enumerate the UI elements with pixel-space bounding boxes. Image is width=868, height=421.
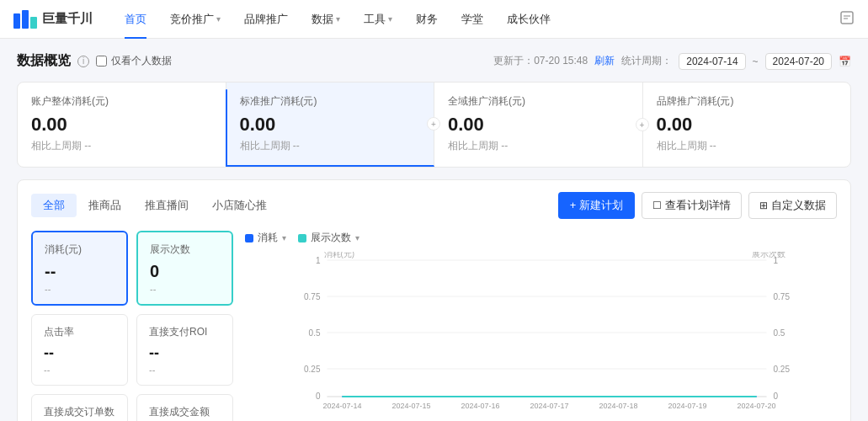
page-title: 数据概览 bbox=[17, 52, 71, 70]
metric-compare: -- bbox=[44, 365, 115, 375]
stat-compare: 相比上周期 -- bbox=[240, 139, 421, 153]
chevron-down-icon: ▾ bbox=[216, 14, 221, 24]
custom-data-icon: ⊞ bbox=[759, 200, 768, 211]
update-text: 更新于：07-20 15:48 bbox=[493, 54, 588, 68]
stat-label: 标准推广消耗(元) bbox=[240, 94, 421, 109]
refresh-button[interactable]: 刷新 bbox=[594, 54, 615, 68]
personal-data-checkbox-label[interactable]: 仅看个人数据 bbox=[96, 54, 172, 68]
logo-icon bbox=[13, 10, 37, 29]
toolbar-buttons: + 新建计划 ☐ 查看计划详情 ⊞ 自定义数据 bbox=[558, 192, 837, 219]
chart-legend: 消耗 ▾ 展示次数 ▾ bbox=[245, 231, 837, 245]
svg-text:2024-07-17: 2024-07-17 bbox=[530, 402, 568, 410]
stat-value: 0.00 bbox=[240, 114, 421, 136]
tab-all[interactable]: 全部 bbox=[31, 194, 77, 217]
svg-text:0.25: 0.25 bbox=[774, 365, 791, 374]
view-plan-icon: ☐ bbox=[652, 200, 662, 211]
metric-card-consumption[interactable]: 消耗(元) -- -- bbox=[31, 231, 128, 306]
metric-card-impressions[interactable]: 展示次数 0 -- bbox=[136, 231, 233, 306]
new-plan-button[interactable]: + 新建计划 bbox=[558, 192, 635, 219]
chevron-down-icon: ▾ bbox=[282, 233, 286, 242]
stat-value: 0.00 bbox=[31, 114, 212, 136]
tab-toolbar: 全部 推商品 推直播间 小店随心推 + 新建计划 ☐ 查看计划详情 ⊞ 自定义数… bbox=[31, 192, 837, 219]
date-end-input[interactable]: 2024-07-20 bbox=[765, 53, 832, 70]
metric-compare: -- bbox=[45, 284, 114, 294]
date-separator: ~ bbox=[753, 56, 759, 67]
chart-svg: 1 0.75 0.5 0.25 0 消耗(元) 1 0.75 0.5 0.25 … bbox=[245, 252, 837, 412]
metric-name: 消耗(元) bbox=[45, 242, 114, 257]
plus-icon: + bbox=[427, 117, 440, 131]
logo-text: 巨量千川 bbox=[42, 11, 93, 27]
chart-area: 消耗 ▾ 展示次数 ▾ 1 0.75 0.5 bbox=[245, 231, 837, 421]
metric-name: 直接成交订单数 bbox=[44, 405, 115, 419]
tab-products[interactable]: 推商品 bbox=[77, 194, 133, 217]
svg-text:2024-07-18: 2024-07-18 bbox=[599, 402, 637, 410]
metric-name: 展示次数 bbox=[150, 242, 220, 257]
chevron-down-icon: ▾ bbox=[388, 14, 392, 24]
svg-text:2024-07-16: 2024-07-16 bbox=[461, 402, 499, 410]
stats-period-label: 统计周期： bbox=[621, 54, 672, 68]
chevron-down-icon: ▾ bbox=[355, 233, 359, 242]
metrics-column: 消耗(元) -- -- 展示次数 0 -- 点击率 -- -- bbox=[31, 231, 233, 421]
tab-livestream[interactable]: 推直播间 bbox=[133, 194, 200, 217]
metric-value: -- bbox=[45, 262, 114, 281]
svg-text:2024-07-15: 2024-07-15 bbox=[391, 402, 430, 410]
content-area: 全部 推商品 推直播间 小店随心推 + 新建计划 ☐ 查看计划详情 ⊞ 自定义数… bbox=[17, 179, 851, 421]
tab-shop[interactable]: 小店随心推 bbox=[200, 194, 279, 217]
nav-item-academy[interactable]: 学堂 bbox=[450, 0, 495, 39]
stat-card-standard[interactable]: 标准推广消耗(元) 0.00 相比上周期 -- + bbox=[226, 83, 435, 167]
calendar-icon[interactable]: 📅 bbox=[839, 56, 851, 67]
legend-impressions[interactable]: 展示次数 ▾ bbox=[298, 231, 359, 245]
nav-item-brand[interactable]: 品牌推广 bbox=[232, 0, 300, 39]
update-info: 更新于：07-20 15:48 刷新 统计周期： 2024-07-14 ~ 20… bbox=[493, 53, 851, 70]
svg-text:0.75: 0.75 bbox=[304, 292, 321, 301]
nav-item-partner[interactable]: 成长伙伴 bbox=[495, 0, 562, 39]
svg-text:0: 0 bbox=[774, 392, 779, 401]
stat-value: 0.00 bbox=[448, 114, 629, 136]
metric-value: -- bbox=[44, 344, 115, 362]
nav-item-tools[interactable]: 工具 ▾ bbox=[352, 0, 404, 39]
info-icon[interactable]: i bbox=[77, 56, 89, 67]
legend-consumption[interactable]: 消耗 ▾ bbox=[245, 231, 286, 245]
date-start-input[interactable]: 2024-07-14 bbox=[679, 53, 745, 70]
logo: 巨量千川 bbox=[13, 10, 93, 29]
nav-item-finance[interactable]: 财务 bbox=[404, 0, 450, 39]
stat-card-global[interactable]: 全域推广消耗(元) 0.00 相比上周期 -- + bbox=[434, 83, 643, 167]
svg-text:0.5: 0.5 bbox=[309, 328, 321, 338]
view-plan-button[interactable]: ☐ 查看计划详情 bbox=[642, 192, 742, 219]
page-title-area: 数据概览 i 仅看个人数据 bbox=[17, 52, 172, 70]
metric-card-roi[interactable]: 直接支付ROI -- -- bbox=[136, 314, 233, 386]
svg-text:2024-07-19: 2024-07-19 bbox=[668, 402, 706, 410]
svg-text:2024-07-14: 2024-07-14 bbox=[322, 402, 361, 410]
metric-card-orders[interactable]: 直接成交订单数 0 -- bbox=[31, 394, 128, 421]
metric-card-amount[interactable]: 直接成交金额(元) 0.00 -- bbox=[136, 394, 233, 421]
svg-text:0.25: 0.25 bbox=[304, 365, 321, 374]
custom-data-button[interactable]: ⊞ 自定义数据 bbox=[748, 192, 837, 219]
svg-rect-1 bbox=[22, 10, 29, 29]
legend-dot-teal bbox=[298, 234, 306, 242]
metric-value: -- bbox=[149, 344, 221, 362]
metric-name: 点击率 bbox=[44, 325, 115, 339]
metrics-chart-row: 消耗(元) -- -- 展示次数 0 -- 点击率 -- -- bbox=[31, 231, 837, 421]
svg-text:2024-07-20: 2024-07-20 bbox=[737, 402, 775, 410]
metric-compare: -- bbox=[150, 284, 220, 294]
main-nav: 首页 竞价推广 ▾ 品牌推广 数据 ▾ 工具 ▾ 财务 学堂 成长伙伴 bbox=[113, 0, 562, 39]
nav-item-home[interactable]: 首页 bbox=[113, 0, 158, 39]
header-right bbox=[839, 10, 855, 28]
stat-card-brand[interactable]: 品牌推广消耗(元) 0.00 相比上周期 -- bbox=[643, 83, 851, 167]
svg-text:消耗(元): 消耗(元) bbox=[324, 252, 355, 258]
svg-rect-2 bbox=[30, 17, 37, 29]
metric-compare: -- bbox=[149, 365, 221, 375]
nav-item-data[interactable]: 数据 ▾ bbox=[300, 0, 352, 39]
stat-value: 0.00 bbox=[657, 114, 838, 136]
svg-text:0: 0 bbox=[316, 392, 321, 401]
metric-name: 直接支付ROI bbox=[149, 325, 221, 339]
personal-data-checkbox[interactable] bbox=[96, 56, 107, 67]
notification-icon[interactable] bbox=[839, 10, 855, 25]
metric-card-ctr[interactable]: 点击率 -- -- bbox=[31, 314, 128, 386]
nav-item-bidding[interactable]: 竞价推广 ▾ bbox=[158, 0, 232, 39]
svg-text:1: 1 bbox=[316, 256, 321, 265]
stat-card-overall[interactable]: 账户整体消耗(元) 0.00 相比上周期 -- bbox=[18, 83, 226, 167]
stat-compare: 相比上周期 -- bbox=[448, 139, 629, 153]
svg-text:展示次数: 展示次数 bbox=[752, 252, 785, 258]
svg-text:0.75: 0.75 bbox=[774, 292, 791, 301]
